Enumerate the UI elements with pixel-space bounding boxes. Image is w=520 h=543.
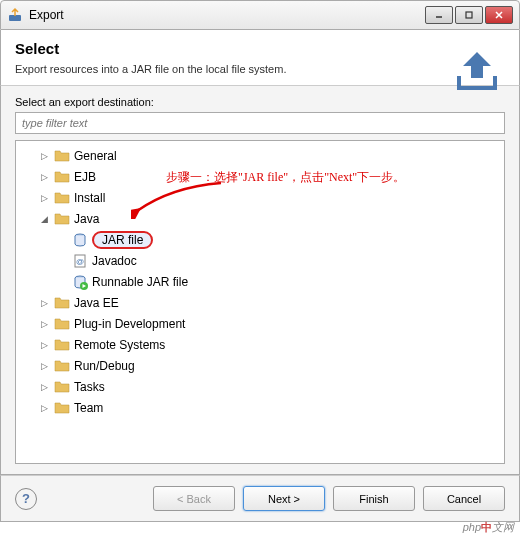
maximize-button[interactable]	[455, 6, 483, 24]
export-wizard-icon	[453, 44, 501, 92]
collapsed-icon[interactable]: ▷	[38, 382, 50, 392]
svg-rect-2	[466, 12, 472, 18]
collapsed-icon[interactable]: ▷	[38, 193, 50, 203]
tree-item-label: Team	[74, 401, 103, 415]
tree-item[interactable]: ▷General	[18, 145, 502, 166]
folder-icon	[54, 337, 70, 353]
collapsed-icon[interactable]: ▷	[38, 298, 50, 308]
tree-item[interactable]: ▷EJB	[18, 166, 502, 187]
title-bar: Export	[0, 0, 520, 30]
tree-item[interactable]: ▷Team	[18, 397, 502, 418]
destination-label: Select an export destination:	[15, 96, 505, 108]
folder-icon	[54, 169, 70, 185]
next-button[interactable]: Next >	[243, 486, 325, 511]
collapsed-icon[interactable]: ▷	[38, 340, 50, 350]
minimize-button[interactable]	[425, 6, 453, 24]
tree-item[interactable]: ▷Java EE	[18, 292, 502, 313]
tree-item-label: Javadoc	[92, 254, 137, 268]
collapsed-icon[interactable]: ▷	[38, 172, 50, 182]
page-title: Select	[15, 40, 505, 57]
tree-item[interactable]: ▷Run/Debug	[18, 355, 502, 376]
collapsed-icon[interactable]: ▷	[38, 151, 50, 161]
dialog-header: Select Export resources into a JAR file …	[0, 30, 520, 85]
tree-item[interactable]: JAR file	[18, 229, 502, 250]
dialog-body: Select an export destination: ▷General▷E…	[0, 85, 520, 475]
collapsed-icon[interactable]: ▷	[38, 361, 50, 371]
back-button[interactable]: < Back	[153, 486, 235, 511]
button-bar: ? < Back Next > Finish Cancel	[0, 475, 520, 522]
export-tree[interactable]: ▷General▷EJB▷Install◢JavaJAR file@Javado…	[15, 140, 505, 464]
tree-item-label: JAR file	[92, 231, 153, 249]
collapsed-icon[interactable]: ▷	[38, 319, 50, 329]
tree-item-label: Runnable JAR file	[92, 275, 188, 289]
folder-icon	[54, 379, 70, 395]
tree-item-label: Tasks	[74, 380, 105, 394]
collapsed-icon[interactable]: ▷	[38, 403, 50, 413]
folder-icon	[54, 148, 70, 164]
tree-item-label: Install	[74, 191, 105, 205]
folder-icon	[54, 316, 70, 332]
folder-icon	[54, 295, 70, 311]
tree-item-label: General	[74, 149, 117, 163]
tree-item[interactable]: ▷Tasks	[18, 376, 502, 397]
filter-input[interactable]	[15, 112, 505, 134]
folder-icon	[54, 211, 70, 227]
runjar-icon	[72, 274, 88, 290]
tree-item-label: Run/Debug	[74, 359, 135, 373]
tree-item[interactable]: ▷Remote Systems	[18, 334, 502, 355]
tree-item[interactable]: ◢Java	[18, 208, 502, 229]
tree-item-label: Remote Systems	[74, 338, 165, 352]
close-button[interactable]	[485, 6, 513, 24]
folder-icon	[54, 400, 70, 416]
tree-item[interactable]: ▷Plug-in Development	[18, 313, 502, 334]
finish-button[interactable]: Finish	[333, 486, 415, 511]
watermark: php中文网	[463, 520, 514, 535]
tree-item[interactable]: Runnable JAR file	[18, 271, 502, 292]
window-title: Export	[29, 8, 425, 22]
folder-icon	[54, 358, 70, 374]
page-description: Export resources into a JAR file on the …	[15, 63, 505, 75]
jar-icon	[72, 232, 88, 248]
tree-item-label: Java	[74, 212, 99, 226]
tree-item-label: Java EE	[74, 296, 119, 310]
tree-item-label: EJB	[74, 170, 96, 184]
export-app-icon	[7, 7, 23, 23]
tree-item-label: Plug-in Development	[74, 317, 185, 331]
help-icon[interactable]: ?	[15, 488, 37, 510]
tree-item[interactable]: @Javadoc	[18, 250, 502, 271]
javadoc-icon: @	[72, 253, 88, 269]
expanded-icon[interactable]: ◢	[38, 214, 50, 224]
tree-item[interactable]: ▷Install	[18, 187, 502, 208]
svg-text:@: @	[76, 257, 84, 266]
cancel-button[interactable]: Cancel	[423, 486, 505, 511]
folder-icon	[54, 190, 70, 206]
